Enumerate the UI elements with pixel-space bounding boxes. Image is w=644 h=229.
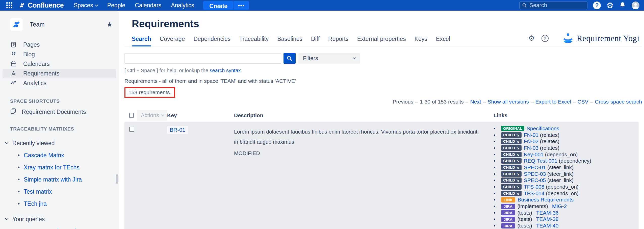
settings-gear-icon[interactable]: ⚙ — [606, 2, 613, 9]
matrix-link[interactable]: TEch jira — [24, 200, 47, 207]
matrix-link[interactable]: Simple matrix with Jira — [24, 176, 82, 183]
more-actions-button[interactable]: ••• — [234, 1, 249, 10]
recently-viewed-toggle[interactable]: Recently viewed — [0, 140, 119, 147]
requirement-search-row: Filters — [124, 53, 642, 64]
list-item: • TEch jira — [0, 200, 119, 207]
actions-button[interactable]: Actions — [137, 110, 167, 121]
global-search[interactable] — [519, 2, 587, 9]
global-search-input[interactable] — [529, 2, 580, 9]
nav-analytics[interactable]: Analytics — [171, 2, 194, 9]
user-avatar[interactable] — [632, 2, 639, 9]
requirement-link[interactable]: TEAM-36 — [536, 210, 559, 216]
tab[interactable]: Keys — [415, 36, 427, 46]
tab[interactable]: Excel — [436, 36, 450, 46]
select-all-checkbox[interactable] — [129, 113, 134, 118]
requirement-link[interactable]: SPEC-03 — [524, 171, 546, 177]
recently-viewed-list: • Cascade Matrix • Xray matrix for TEchs… — [0, 152, 119, 207]
help-icon[interactable]: ? — [593, 2, 601, 9]
top-navigation: Spaces People Calendars Analytics — [74, 2, 194, 9]
requirement-link[interactable]: Specifications — [527, 125, 559, 132]
space-sidebar: Team ★ Pages ” Blog Calendar — [0, 11, 119, 229]
requirement-link[interactable]: Key-001 — [524, 151, 544, 158]
pagination-link[interactable]: Export to Excel — [535, 99, 571, 105]
app-switcher-icon[interactable] — [6, 2, 13, 9]
link-item: • LINK Business Requirements — [494, 197, 639, 203]
question-icon[interactable]: ? — [542, 35, 549, 42]
description-text: Lorem ipsum dolaesent faucibus finibus e… — [234, 127, 481, 147]
matrix-link[interactable]: Xray matrix for TEchs — [24, 164, 80, 171]
search-syntax-link[interactable]: search syntax — [210, 68, 241, 73]
chevron-down-icon — [95, 3, 98, 7]
requirement-search-input[interactable] — [124, 53, 281, 64]
pagination-link[interactable]: Cross-space search — [595, 99, 642, 105]
link-item: • CHILD ↘ FN-03 (relates) — [494, 145, 639, 151]
create-button[interactable]: Create — [203, 1, 234, 10]
requirements-icon — [10, 70, 17, 77]
space-logo[interactable] — [10, 18, 23, 31]
requirement-link[interactable]: FN-02 — [524, 138, 538, 144]
bullet: • — [494, 164, 501, 170]
nav-people[interactable]: People — [107, 2, 125, 9]
requirement-link[interactable]: SPEC-01 — [524, 164, 546, 170]
calendar-icon — [10, 61, 17, 67]
requirement-link[interactable]: FN-03 — [524, 145, 538, 151]
confluence-logo-text: Confluence — [28, 2, 64, 9]
notifications-bell-icon[interactable] — [619, 1, 626, 9]
requirement-link[interactable]: TFS-014 — [524, 190, 545, 196]
tab[interactable]: Reports — [328, 36, 349, 46]
link-item: • CHILD ↘ Key-001 (depends_on) — [494, 151, 639, 158]
favorite-star-icon[interactable]: ★ — [107, 20, 113, 29]
tab[interactable]: External properties — [357, 36, 406, 46]
requirement-link[interactable]: TEAM-38 — [536, 216, 559, 222]
status-text: MODIFIED — [234, 150, 481, 157]
tab[interactable]: Baselines — [277, 36, 302, 46]
requirement-link[interactable]: Business Requirements — [518, 197, 574, 203]
requirement-link[interactable]: REQ-Test-001 — [524, 158, 557, 164]
tab[interactable]: Diff — [311, 36, 320, 46]
requirement-link[interactable]: TEAM-40 — [536, 223, 559, 229]
row-checkbox[interactable] — [129, 127, 134, 132]
requirement-key-link[interactable]: BR-01 — [167, 126, 188, 134]
gear-icon[interactable]: ⚙ — [528, 35, 535, 42]
column-header-key: Key — [167, 112, 234, 118]
sidebar-item-blog[interactable]: ” Blog — [0, 49, 119, 59]
requirement-link[interactable]: SPEC-05 — [524, 177, 546, 183]
sidebar-scrollbar[interactable] — [116, 174, 118, 184]
pagination-link[interactable]: Show all versions — [487, 99, 529, 105]
sidebar-item-pages[interactable]: Pages — [0, 40, 119, 49]
requirement-link[interactable]: FN-01 — [524, 132, 538, 138]
matrix-link[interactable]: Cascade Matrix — [24, 152, 64, 159]
link-type-badge: LINK — [501, 197, 515, 202]
confluence-logo[interactable]: Confluence — [18, 2, 64, 9]
bullet: • — [494, 223, 501, 229]
sidebar-item-calendars[interactable]: Calendars — [0, 59, 119, 69]
requirement-link[interactable]: MIG-2 — [552, 203, 567, 209]
list-item: • Xray matrix for TEchs — [0, 164, 119, 171]
sidebar-item-analytics[interactable]: Analytics — [0, 78, 119, 88]
link-type-badge: CHILD ↘ — [501, 177, 522, 183]
your-queries-toggle[interactable]: Your queries — [0, 216, 119, 223]
tab[interactable]: Dependencies — [193, 36, 230, 46]
bullet: • — [494, 138, 501, 144]
tab[interactable]: Coverage — [160, 36, 185, 46]
confluence-mark-icon — [18, 2, 26, 9]
tab[interactable]: Search — [132, 36, 151, 46]
space-shortcuts-heading: SPACE SHORTCUTS — [0, 98, 119, 104]
space-nav: Pages ” Blog Calendars — [0, 40, 119, 88]
sidebar-item-requirement-documents[interactable]: Requirement Documents — [0, 108, 119, 116]
tab[interactable]: Traceability — [239, 36, 269, 46]
sidebar-item-requirements[interactable]: Requirements — [3, 69, 116, 78]
app-header: Confluence Spaces People Calendars Analy… — [0, 0, 644, 11]
filters-dropdown[interactable]: Filters — [298, 53, 360, 64]
bullet: • — [494, 203, 501, 209]
matrix-link[interactable]: Test matrix — [24, 188, 52, 195]
search-button[interactable] — [284, 53, 296, 64]
nav-calendars[interactable]: Calendars — [135, 2, 161, 9]
query-link[interactable]: Comments after review — [24, 228, 83, 229]
pagination-link[interactable]: Next — [470, 99, 481, 105]
bullet: • — [494, 145, 501, 151]
pagination-link[interactable]: CSV — [577, 99, 588, 105]
requirement-link[interactable]: TFS-008 — [524, 184, 545, 190]
bullet: • — [494, 216, 501, 222]
nav-spaces[interactable]: Spaces — [74, 2, 98, 9]
